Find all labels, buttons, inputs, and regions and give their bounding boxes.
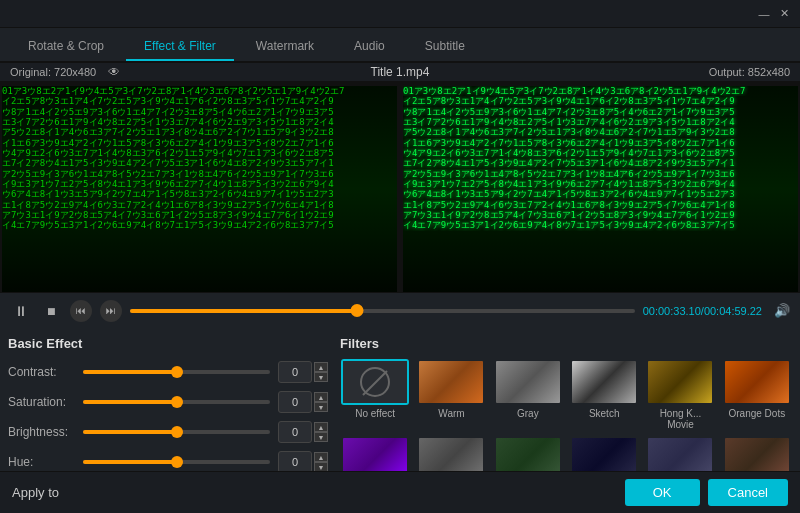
cancel-button[interactable]: Cancel — [708, 479, 788, 506]
contrast-down[interactable]: ▼ — [314, 372, 328, 382]
saturation-spinners: ▲ ▼ — [314, 392, 328, 412]
brightness-value: 0 — [278, 421, 312, 443]
pause-button[interactable]: ⏸ — [10, 300, 32, 322]
tabs-bar: Rotate & Crop Effect & Filter Watermark … — [0, 28, 800, 62]
eye-icon[interactable]: 👁 — [108, 65, 120, 79]
progress-fill — [130, 309, 357, 313]
volume-icon[interactable]: 🔊 — [774, 303, 790, 318]
filter-thumb-hk-movie — [646, 359, 714, 405]
filter-label-sketch: Sketch — [589, 408, 620, 419]
hk-movie-bg — [648, 361, 712, 403]
prev-button[interactable]: ⏮ — [70, 300, 92, 322]
bottom-bar: Apply to OK Cancel — [0, 471, 800, 513]
filter-no-effect[interactable]: No effect — [340, 359, 410, 430]
filter-hk-movie[interactable]: Hong K... Movie — [645, 359, 715, 430]
brightness-fill — [83, 430, 177, 434]
filter-label-warm: Warm — [438, 408, 464, 419]
filter-label-no-effect: No effect — [355, 408, 395, 419]
brightness-label: Brightness: — [8, 425, 83, 439]
original-video: 01ア3ウ8エ2ア1イ9ウ4エ5ア3イ7ウ2エ8ア1イ4ウ3エ6ア8イ2ウ5エ1… — [2, 86, 397, 292]
contrast-value: 0 — [278, 361, 312, 383]
contrast-thumb — [171, 366, 183, 378]
saturation-value: 0 — [278, 391, 312, 413]
close-button[interactable]: ✕ — [776, 6, 792, 22]
video-title-bar: Original: 720x480 👁 Title 1.mp4 Output: … — [0, 62, 800, 82]
preview-video: 01ア3ウ8エ2ア1イ9ウ4エ5ア3イ7ウ2エ8ア1イ4ウ3エ6ア8イ2ウ5エ1… — [403, 86, 798, 292]
video-title: Title 1.mp4 — [371, 65, 430, 79]
no-effect-bg — [343, 361, 407, 403]
minimize-button[interactable]: — — [756, 6, 772, 22]
brightness-spinners: ▲ ▼ — [314, 422, 328, 442]
tab-subtitle[interactable]: Subtitle — [407, 33, 483, 61]
original-label: Original: 720x480 — [10, 66, 96, 78]
progress-track[interactable] — [130, 309, 635, 313]
gray-bg — [496, 361, 560, 403]
contrast-row: Contrast: 0 ▲ ▼ — [8, 361, 328, 383]
next-button[interactable]: ⏭ — [100, 300, 122, 322]
title-bar: — ✕ — [0, 0, 800, 28]
saturation-up[interactable]: ▲ — [314, 392, 328, 402]
tab-audio[interactable]: Audio — [336, 33, 403, 61]
saturation-fill — [83, 400, 177, 404]
brightness-up[interactable]: ▲ — [314, 422, 328, 432]
tab-rotate[interactable]: Rotate & Crop — [10, 33, 122, 61]
video-section: 01ア3ウ8エ2ア1イ9ウ4エ5ア3イ7ウ2エ8ア1イ4ウ3エ6ア8イ2ウ5エ1… — [0, 82, 800, 292]
brightness-down[interactable]: ▼ — [314, 432, 328, 442]
saturation-down[interactable]: ▼ — [314, 402, 328, 412]
saturation-slider[interactable] — [83, 400, 270, 404]
basic-effect-title: Basic Effect — [8, 336, 328, 351]
warm-bg — [419, 361, 483, 403]
saturation-thumb — [171, 396, 183, 408]
hue-label: Hue: — [8, 455, 83, 469]
filter-label-orange-dots: Orange Dots — [728, 408, 785, 419]
time-current: 00:00:33.10 — [643, 305, 701, 317]
hue-row: Hue: 0 ▲ ▼ — [8, 451, 328, 473]
time-total: 00:04:59.22 — [704, 305, 762, 317]
contrast-up[interactable]: ▲ — [314, 362, 328, 372]
progress-thumb — [351, 304, 364, 317]
filter-gray[interactable]: Gray — [493, 359, 563, 430]
orange-dots-bg — [725, 361, 789, 403]
filter-thumb-orange-dots — [723, 359, 791, 405]
filter-thumb-warm — [417, 359, 485, 405]
contrast-label: Contrast: — [8, 365, 83, 379]
filter-thumb-no-effect — [341, 359, 409, 405]
filter-label-hk-movie: Hong K... Movie — [645, 408, 715, 430]
filter-sketch[interactable]: Sketch — [569, 359, 639, 430]
filter-thumb-sketch — [570, 359, 638, 405]
contrast-fill — [83, 370, 177, 374]
hue-thumb — [171, 456, 183, 468]
hue-spinners: ▲ ▼ — [314, 452, 328, 472]
saturation-row: Saturation: 0 ▲ ▼ — [8, 391, 328, 413]
tab-effect[interactable]: Effect & Filter — [126, 33, 234, 61]
contrast-slider[interactable] — [83, 370, 270, 374]
saturation-label: Saturation: — [8, 395, 83, 409]
brightness-slider[interactable] — [83, 430, 270, 434]
bottom-right-buttons: OK Cancel — [625, 479, 788, 506]
filter-warm[interactable]: Warm — [416, 359, 486, 430]
filter-label-gray: Gray — [517, 408, 539, 419]
playback-bar: ⏸ ⏹ ⏮ ⏭ 00:00:33.10/00:04:59.22 🔊 — [0, 292, 800, 328]
stop-button[interactable]: ⏹ — [40, 300, 62, 322]
hue-value: 0 — [278, 451, 312, 473]
hue-fill — [83, 460, 177, 464]
brightness-row: Brightness: 0 ▲ ▼ — [8, 421, 328, 443]
filter-thumb-gray — [494, 359, 562, 405]
apply-to-text: Apply to — [12, 485, 59, 500]
filter-orange-dots[interactable]: Orange Dots — [722, 359, 792, 430]
hue-up[interactable]: ▲ — [314, 452, 328, 462]
brightness-thumb — [171, 426, 183, 438]
hue-slider[interactable] — [83, 460, 270, 464]
time-display: 00:00:33.10/00:04:59.22 — [643, 305, 762, 317]
filters-title: Filters — [340, 336, 792, 351]
no-effect-icon — [360, 367, 390, 397]
ok-button[interactable]: OK — [625, 479, 700, 506]
output-label: Output: 852x480 — [709, 66, 790, 78]
contrast-spinners: ▲ ▼ — [314, 362, 328, 382]
sketch-bg — [572, 361, 636, 403]
tab-watermark[interactable]: Watermark — [238, 33, 332, 61]
